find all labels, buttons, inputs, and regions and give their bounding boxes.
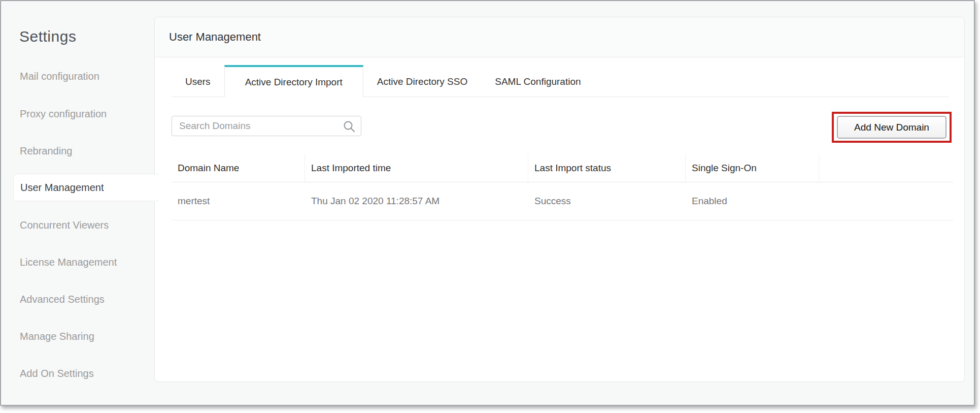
cell-actions-empty bbox=[819, 182, 953, 220]
column-header-last-imported-time: Last Imported time bbox=[305, 154, 528, 182]
column-header-domain-name: Domain Name bbox=[172, 154, 305, 182]
sidebar-item-label: Mail configuration bbox=[20, 71, 99, 82]
sidebar-item-proxy-configuration[interactable]: Proxy configuration bbox=[13, 100, 157, 128]
sidebar-item-label: Advanced Settings bbox=[20, 294, 105, 305]
tab-saml-configuration[interactable]: SAML Configuration bbox=[481, 65, 594, 97]
search-domains-input[interactable] bbox=[172, 116, 361, 136]
tab-label: Users bbox=[185, 76, 211, 87]
user-management-panel: User Management Users Active Directory I… bbox=[154, 17, 965, 382]
settings-window: Settings Mail configuration Proxy config… bbox=[0, 0, 975, 406]
cell-last-import-status: Success bbox=[528, 182, 686, 220]
annotation-highlight-box: Add New Domain bbox=[832, 112, 952, 143]
sidebar-item-mail-configuration[interactable]: Mail configuration bbox=[13, 62, 157, 90]
tab-label: Active Directory Import bbox=[245, 77, 343, 88]
tab-active-directory-sso[interactable]: Active Directory SSO bbox=[363, 65, 481, 97]
sidebar-item-license-management[interactable]: License Management bbox=[13, 248, 157, 276]
sidebar-item-advanced-settings[interactable]: Advanced Settings bbox=[13, 285, 157, 313]
sidebar-item-label: User Management bbox=[20, 182, 104, 194]
column-header-single-sign-on: Single Sign-On bbox=[686, 154, 819, 182]
tab-bar: Users Active Directory Import Active Dir… bbox=[172, 65, 949, 97]
sidebar-item-label: Proxy configuration bbox=[20, 108, 107, 120]
column-header-actions-empty bbox=[819, 154, 953, 182]
search-domains-box bbox=[172, 116, 361, 136]
cell-single-sign-on: Enabled bbox=[686, 182, 819, 220]
add-new-domain-button[interactable]: Add New Domain bbox=[837, 116, 947, 139]
sidebar-item-rebranding[interactable]: Rebranding bbox=[13, 137, 157, 165]
sidebar-item-manage-sharing[interactable]: Manage Sharing bbox=[13, 323, 157, 350]
sidebar-item-label: Manage Sharing bbox=[20, 331, 94, 342]
table-row[interactable]: mertest Thu Jan 02 2020 11:28:57 AM Succ… bbox=[172, 182, 953, 220]
cell-last-imported-time: Thu Jan 02 2020 11:28:57 AM bbox=[305, 182, 528, 220]
sidebar-item-user-management[interactable]: User Management bbox=[13, 174, 159, 201]
panel-title: User Management bbox=[155, 17, 964, 57]
sidebar-item-add-on-settings[interactable]: Add On Settings bbox=[13, 360, 157, 387]
tab-label: SAML Configuration bbox=[495, 76, 581, 87]
cell-domain-name: mertest bbox=[172, 182, 305, 220]
domains-table: Domain Name Last Imported time Last Impo… bbox=[172, 154, 953, 220]
tab-active-directory-import[interactable]: Active Directory Import bbox=[224, 65, 363, 97]
sidebar-item-label: License Management bbox=[20, 257, 117, 268]
page-title: Settings bbox=[19, 28, 76, 45]
search-icon bbox=[343, 120, 356, 133]
sidebar-item-label: Add On Settings bbox=[20, 368, 94, 379]
tab-label: Active Directory SSO bbox=[377, 76, 467, 87]
sidebar-item-concurrent-viewers[interactable]: Concurrent Viewers bbox=[13, 211, 157, 239]
table-header-row: Domain Name Last Imported time Last Impo… bbox=[172, 154, 953, 182]
tab-users[interactable]: Users bbox=[172, 65, 224, 97]
column-header-last-import-status: Last Import status bbox=[528, 154, 686, 182]
sidebar-item-label: Rebranding bbox=[20, 145, 72, 157]
sidebar-item-label: Concurrent Viewers bbox=[20, 219, 109, 231]
